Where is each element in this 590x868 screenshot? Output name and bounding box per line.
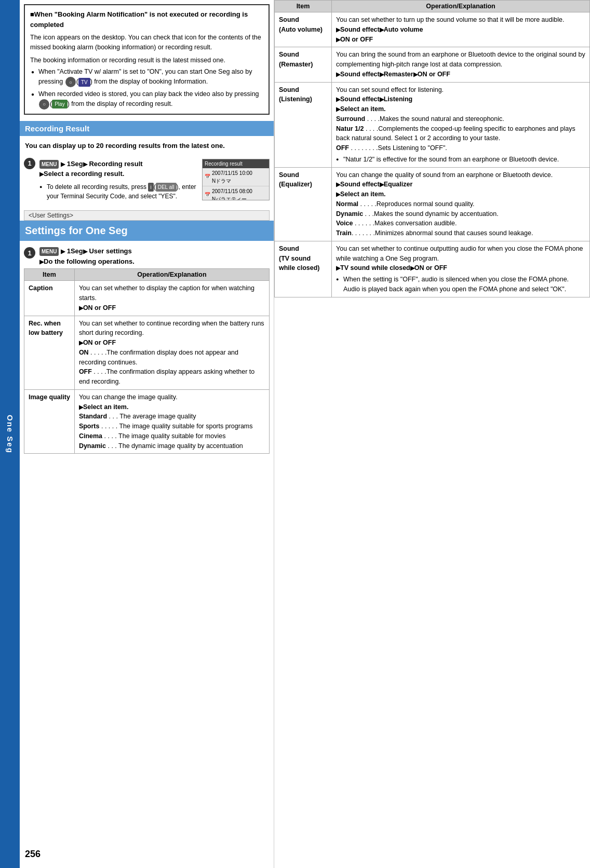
settings-item-rec: Rec. whenlow battery (24, 316, 75, 389)
right-item-tv-sound: Sound(TV sound while closed) (275, 241, 332, 297)
arrow-av3 (336, 36, 340, 43)
step-with-image: MENU 1Seg Recording result Select a reco… (39, 159, 270, 201)
arrow-icon-4 (61, 247, 65, 255)
arrow-icon-2 (83, 160, 87, 168)
settings-table-th-item: Item (24, 269, 75, 281)
arrow-rm2 (380, 71, 384, 78)
arrow-ls2 (380, 96, 384, 103)
menu-icon-2: MENU (39, 247, 59, 256)
right-row-tv-sound: Sound(TV sound while closed) You can set… (275, 241, 590, 297)
settings-header: Settings for One Seg (20, 221, 274, 241)
auto-vol-sound: Sound (279, 16, 299, 23)
settings-table-header-row: Item Operation/Explanation (24, 269, 270, 281)
settings-table: Item Operation/Explanation Caption You c… (24, 268, 270, 454)
recording-result-image: Recording result 📅 2007/11/15 10:00Nドラマ … (202, 159, 270, 200)
listen-sound: Sound (279, 86, 299, 93)
settings-explanation-image: You can change the image quality. Select… (74, 389, 269, 454)
step-1-row: 1 MENU 1Seg Recording result Select a re… (20, 155, 274, 203)
recording-img-title: Recording result (205, 160, 243, 168)
arrow-eq2 (380, 181, 384, 188)
arrow-image (79, 403, 83, 411)
right-row-auto-volume: Sound(Auto volume) You can set whether t… (275, 12, 590, 47)
main-content: ■When "Booking Alarm Notification" is no… (20, 0, 590, 868)
notice-para2: The booking information or recording res… (30, 56, 263, 65)
eq-normal: Normal (336, 200, 358, 208)
ls-sound-effect: Sound effect (340, 96, 380, 103)
user-settings-step-content: MENU 1Seg User settings Do the following… (39, 246, 270, 266)
eq-sound: Sound (279, 171, 299, 179)
settings-table-th-explanation: Operation/Explanation (74, 269, 269, 281)
right-table: Item Operation/Explanation Sound(Auto vo… (274, 0, 590, 297)
settings-item-image: Image quality (24, 389, 75, 454)
recording-result-header: Recording Result (20, 121, 274, 136)
step-1-line3: Select a recording result. (39, 169, 197, 179)
arrow-icon-3 (39, 170, 44, 178)
eq-equalizer: Equalizer (384, 181, 413, 188)
notice-bullet-1: When "Activate TV w/ alarm" is set to "O… (30, 67, 263, 87)
image-cinema: Cinema (79, 432, 102, 440)
left-column: ■When "Booking Alarm Notification" is no… (20, 0, 274, 868)
user-step-seg: 1Seg (65, 247, 83, 255)
user-settings-step-num: 1 (24, 247, 35, 259)
ls-natur-note: "Natur 1/2" is effective for the sound f… (336, 155, 585, 165)
settings-item-caption: Caption (24, 281, 75, 316)
ls-listening: Listening (384, 96, 413, 103)
recording-result-title: Recording Result (25, 124, 89, 133)
user-settings-label: <User Settings> (24, 210, 270, 221)
remaster-sound: Sound (279, 51, 299, 58)
notice-title: ■When "Booking Alarm Notification" is no… (30, 9, 263, 30)
tvs-tv-sound: TV sound while closed (340, 264, 410, 272)
calendar-icon-2: 📅 (205, 192, 210, 199)
right-explanation-equalizer: You can change the quality of sound from… (332, 167, 590, 241)
arrow-icon-1 (61, 160, 65, 168)
user-step-line1: MENU 1Seg User settings (39, 246, 270, 256)
calendar-icon-1: 📅 (205, 173, 210, 181)
image-dynamic: Dynamic (79, 442, 106, 450)
arrow-icon-5 (83, 247, 87, 255)
user-settings-step-row: 1 MENU 1Seg User settings Do the followi… (20, 244, 274, 268)
right-table-header-row: Item Operation/Explanation (275, 1, 590, 12)
circle-icon-2: ○ (39, 99, 49, 110)
step-1-seg: 1Seg (65, 160, 83, 168)
rec-on-label: ON (79, 349, 89, 356)
right-item-equalizer: Sound(Equalizer) (275, 167, 332, 241)
arrow-icon-6 (39, 257, 44, 265)
image-sports: Sports (79, 423, 100, 430)
eq-train: Train (336, 229, 352, 237)
step-1-bullet: To delete all recording results, press i… (39, 182, 197, 201)
arrow-rec (79, 339, 83, 346)
settings-row-image: Image quality You can change the image q… (24, 389, 270, 454)
user-step-settings: User settings (87, 247, 132, 255)
step-1-select: Select a recording result. (44, 170, 124, 178)
recording-img-row-2: 📅 2007/11/15 08:00Nパラエティー (203, 186, 269, 200)
right-row-remaster: Sound(Remaster) You can bring the sound … (275, 47, 590, 82)
del-icon: DEL all (156, 183, 177, 192)
settings-row-caption: Caption You can set whether to display t… (24, 281, 270, 316)
notice-bullet-2: When recorded video is stored, you can p… (30, 89, 263, 110)
page-wrapper: One Seg ■When "Booking Alarm Notificatio… (0, 0, 590, 868)
tv-button-icon: TV (78, 78, 90, 87)
notice-box: ■When "Booking Alarm Notification" is no… (24, 4, 270, 115)
page-number: 256 (25, 849, 41, 860)
right-explanation-auto-volume: You can set whether to turn up the sound… (332, 12, 590, 47)
eq-label: (Equalizer) (279, 181, 312, 188)
settings-explanation-rec: You can set whether to continue recordin… (74, 316, 269, 389)
right-table-th-item: Item (275, 1, 332, 12)
right-item-listening: Sound(Listening) (275, 82, 332, 167)
rec-off-label: OFF (79, 368, 92, 375)
tvs-label: (TV sound while closed) (279, 255, 320, 272)
right-row-equalizer: Sound(Equalizer) You can change the qual… (275, 167, 590, 241)
right-item-auto-volume: Sound(Auto volume) (275, 12, 332, 47)
lock-icon: i (148, 183, 153, 192)
arrow-rm1 (336, 71, 340, 78)
tvs-note: When the setting is "OFF", audio is sile… (336, 275, 585, 294)
right-column: Item Operation/Explanation Sound(Auto vo… (274, 0, 590, 868)
step-1-recording: Recording result (87, 160, 143, 168)
arrow-eq1 (336, 181, 340, 188)
eq-sound-effect: Sound effect (340, 181, 380, 188)
user-step-line3: Do the following operations. (39, 256, 270, 267)
ls-off: OFF (336, 144, 349, 152)
tvs-sound: Sound (279, 245, 299, 252)
arrow-caption (79, 304, 83, 311)
right-explanation-remaster: You can bring the sound from an earphone… (332, 47, 590, 82)
